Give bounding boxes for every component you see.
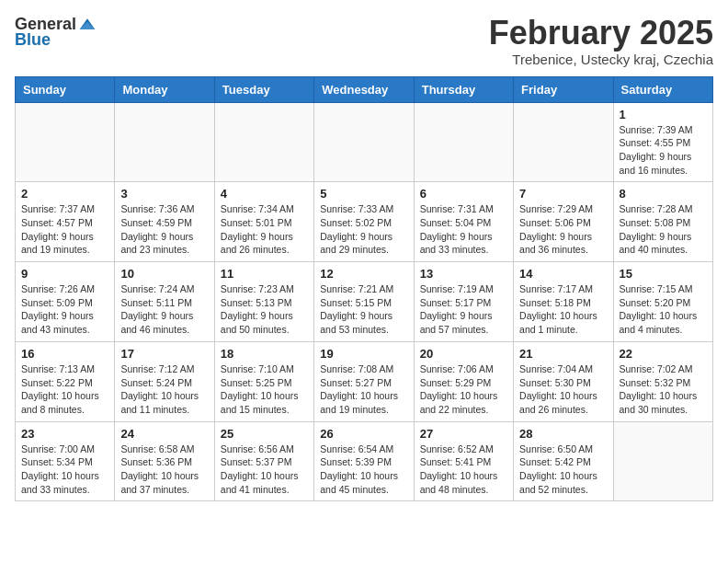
weekday-header-tuesday: Tuesday bbox=[214, 76, 313, 102]
day-info: Sunrise: 7:24 AM Sunset: 5:11 PM Dayligh… bbox=[120, 282, 208, 337]
day-info: Sunrise: 6:58 AM Sunset: 5:36 PM Dayligh… bbox=[120, 442, 208, 497]
day-info: Sunrise: 6:54 AM Sunset: 5:39 PM Dayligh… bbox=[320, 442, 407, 497]
day-info: Sunrise: 7:00 AM Sunset: 5:34 PM Dayligh… bbox=[21, 442, 108, 497]
calendar-cell: 9Sunrise: 7:26 AM Sunset: 5:09 PM Daylig… bbox=[16, 262, 115, 342]
weekday-header-monday: Monday bbox=[115, 76, 214, 102]
day-number: 24 bbox=[120, 427, 208, 441]
calendar-cell: 10Sunrise: 7:24 AM Sunset: 5:11 PM Dayli… bbox=[115, 262, 214, 342]
title-section: February 2025 Trebenice, Ustecky kraj, C… bbox=[489, 15, 713, 67]
day-number: 6 bbox=[420, 187, 507, 201]
calendar-cell bbox=[214, 102, 313, 182]
calendar-cell: 13Sunrise: 7:19 AM Sunset: 5:17 PM Dayli… bbox=[414, 262, 513, 342]
day-number: 12 bbox=[320, 267, 407, 281]
day-info: Sunrise: 7:29 AM Sunset: 5:06 PM Dayligh… bbox=[519, 202, 607, 257]
day-number: 8 bbox=[620, 187, 707, 201]
day-info: Sunrise: 6:56 AM Sunset: 5:37 PM Dayligh… bbox=[221, 442, 308, 497]
calendar-cell: 5Sunrise: 7:33 AM Sunset: 5:02 PM Daylig… bbox=[314, 182, 414, 262]
calendar-cell bbox=[414, 102, 513, 182]
calendar-cell: 27Sunrise: 6:52 AM Sunset: 5:41 PM Dayli… bbox=[414, 421, 513, 501]
day-number: 20 bbox=[420, 347, 507, 361]
day-info: Sunrise: 7:26 AM Sunset: 5:09 PM Dayligh… bbox=[21, 282, 108, 337]
day-number: 7 bbox=[519, 187, 607, 201]
calendar-cell: 6Sunrise: 7:31 AM Sunset: 5:04 PM Daylig… bbox=[414, 182, 513, 262]
day-info: Sunrise: 7:04 AM Sunset: 5:30 PM Dayligh… bbox=[519, 362, 607, 417]
day-info: Sunrise: 7:10 AM Sunset: 5:25 PM Dayligh… bbox=[221, 362, 308, 417]
calendar-cell: 12Sunrise: 7:21 AM Sunset: 5:15 PM Dayli… bbox=[314, 262, 414, 342]
month-title: February 2025 bbox=[489, 15, 713, 52]
calendar-cell: 7Sunrise: 7:29 AM Sunset: 5:06 PM Daylig… bbox=[514, 182, 613, 262]
logo-blue-text: Blue bbox=[15, 30, 51, 50]
day-info: Sunrise: 7:17 AM Sunset: 5:18 PM Dayligh… bbox=[519, 282, 607, 337]
calendar-cell: 22Sunrise: 7:02 AM Sunset: 5:32 PM Dayli… bbox=[613, 341, 712, 421]
calendar-cell: 28Sunrise: 6:50 AM Sunset: 5:42 PM Dayli… bbox=[514, 421, 613, 501]
day-info: Sunrise: 7:36 AM Sunset: 4:59 PM Dayligh… bbox=[120, 202, 208, 257]
calendar-week-5: 23Sunrise: 7:00 AM Sunset: 5:34 PM Dayli… bbox=[16, 421, 713, 501]
day-info: Sunrise: 7:08 AM Sunset: 5:27 PM Dayligh… bbox=[320, 362, 407, 417]
calendar-cell: 21Sunrise: 7:04 AM Sunset: 5:30 PM Dayli… bbox=[514, 341, 613, 421]
day-info: Sunrise: 6:50 AM Sunset: 5:42 PM Dayligh… bbox=[519, 442, 607, 497]
calendar-cell bbox=[115, 102, 214, 182]
day-number: 2 bbox=[21, 187, 108, 201]
location-text: Trebenice, Ustecky kraj, Czechia bbox=[489, 52, 713, 67]
day-info: Sunrise: 7:39 AM Sunset: 4:55 PM Dayligh… bbox=[620, 123, 707, 178]
day-number: 5 bbox=[320, 187, 407, 201]
day-info: Sunrise: 7:21 AM Sunset: 5:15 PM Dayligh… bbox=[320, 282, 407, 337]
calendar-table: SundayMondayTuesdayWednesdayThursdayFrid… bbox=[15, 76, 713, 502]
calendar-cell bbox=[314, 102, 414, 182]
weekday-header-saturday: Saturday bbox=[613, 76, 712, 102]
day-info: Sunrise: 7:37 AM Sunset: 4:57 PM Dayligh… bbox=[21, 202, 108, 257]
day-number: 19 bbox=[320, 347, 407, 361]
day-info: Sunrise: 6:52 AM Sunset: 5:41 PM Dayligh… bbox=[420, 442, 507, 497]
day-number: 9 bbox=[21, 267, 108, 281]
day-number: 10 bbox=[120, 267, 208, 281]
day-number: 11 bbox=[221, 267, 308, 281]
calendar-cell bbox=[16, 102, 115, 182]
day-info: Sunrise: 7:13 AM Sunset: 5:22 PM Dayligh… bbox=[21, 362, 108, 417]
day-number: 14 bbox=[519, 267, 607, 281]
calendar-cell bbox=[613, 421, 712, 501]
calendar-week-1: 1Sunrise: 7:39 AM Sunset: 4:55 PM Daylig… bbox=[16, 102, 713, 182]
calendar-cell: 17Sunrise: 7:12 AM Sunset: 5:24 PM Dayli… bbox=[115, 341, 214, 421]
weekday-header-wednesday: Wednesday bbox=[314, 76, 414, 102]
day-info: Sunrise: 7:12 AM Sunset: 5:24 PM Dayligh… bbox=[120, 362, 208, 417]
calendar-cell: 2Sunrise: 7:37 AM Sunset: 4:57 PM Daylig… bbox=[16, 182, 115, 262]
day-info: Sunrise: 7:34 AM Sunset: 5:01 PM Dayligh… bbox=[221, 202, 308, 257]
calendar-week-3: 9Sunrise: 7:26 AM Sunset: 5:09 PM Daylig… bbox=[16, 262, 713, 342]
day-number: 26 bbox=[320, 427, 407, 441]
day-info: Sunrise: 7:28 AM Sunset: 5:08 PM Dayligh… bbox=[620, 202, 707, 257]
calendar-week-4: 16Sunrise: 7:13 AM Sunset: 5:22 PM Dayli… bbox=[16, 341, 713, 421]
day-info: Sunrise: 7:31 AM Sunset: 5:04 PM Dayligh… bbox=[420, 202, 507, 257]
weekday-header-sunday: Sunday bbox=[16, 76, 115, 102]
day-number: 28 bbox=[519, 427, 607, 441]
day-number: 17 bbox=[120, 347, 208, 361]
calendar-cell: 26Sunrise: 6:54 AM Sunset: 5:39 PM Dayli… bbox=[314, 421, 414, 501]
calendar-week-2: 2Sunrise: 7:37 AM Sunset: 4:57 PM Daylig… bbox=[16, 182, 713, 262]
calendar-cell: 4Sunrise: 7:34 AM Sunset: 5:01 PM Daylig… bbox=[214, 182, 313, 262]
calendar-cell: 3Sunrise: 7:36 AM Sunset: 4:59 PM Daylig… bbox=[115, 182, 214, 262]
logo-icon bbox=[78, 16, 97, 34]
day-number: 22 bbox=[620, 347, 707, 361]
calendar-cell: 15Sunrise: 7:15 AM Sunset: 5:20 PM Dayli… bbox=[613, 262, 712, 342]
calendar-cell: 8Sunrise: 7:28 AM Sunset: 5:08 PM Daylig… bbox=[613, 182, 712, 262]
calendar-cell: 24Sunrise: 6:58 AM Sunset: 5:36 PM Dayli… bbox=[115, 421, 214, 501]
day-info: Sunrise: 7:02 AM Sunset: 5:32 PM Dayligh… bbox=[620, 362, 707, 417]
page-header: General Blue February 2025 Trebenice, Us… bbox=[15, 15, 713, 67]
weekday-header-friday: Friday bbox=[514, 76, 613, 102]
weekday-header-thursday: Thursday bbox=[414, 76, 513, 102]
logo: General Blue bbox=[15, 15, 97, 50]
calendar-cell: 18Sunrise: 7:10 AM Sunset: 5:25 PM Dayli… bbox=[214, 341, 313, 421]
day-number: 27 bbox=[420, 427, 507, 441]
calendar-cell: 14Sunrise: 7:17 AM Sunset: 5:18 PM Dayli… bbox=[514, 262, 613, 342]
day-number: 1 bbox=[620, 108, 707, 121]
day-info: Sunrise: 7:19 AM Sunset: 5:17 PM Dayligh… bbox=[420, 282, 507, 337]
day-number: 15 bbox=[620, 267, 707, 281]
calendar-cell: 16Sunrise: 7:13 AM Sunset: 5:22 PM Dayli… bbox=[16, 341, 115, 421]
calendar-cell: 11Sunrise: 7:23 AM Sunset: 5:13 PM Dayli… bbox=[214, 262, 313, 342]
day-number: 18 bbox=[221, 347, 308, 361]
day-info: Sunrise: 7:15 AM Sunset: 5:20 PM Dayligh… bbox=[620, 282, 707, 337]
svg-marker-1 bbox=[80, 21, 96, 29]
day-number: 13 bbox=[420, 267, 507, 281]
calendar-cell: 20Sunrise: 7:06 AM Sunset: 5:29 PM Dayli… bbox=[414, 341, 513, 421]
calendar-header-row: SundayMondayTuesdayWednesdayThursdayFrid… bbox=[16, 76, 713, 102]
day-number: 25 bbox=[221, 427, 308, 441]
